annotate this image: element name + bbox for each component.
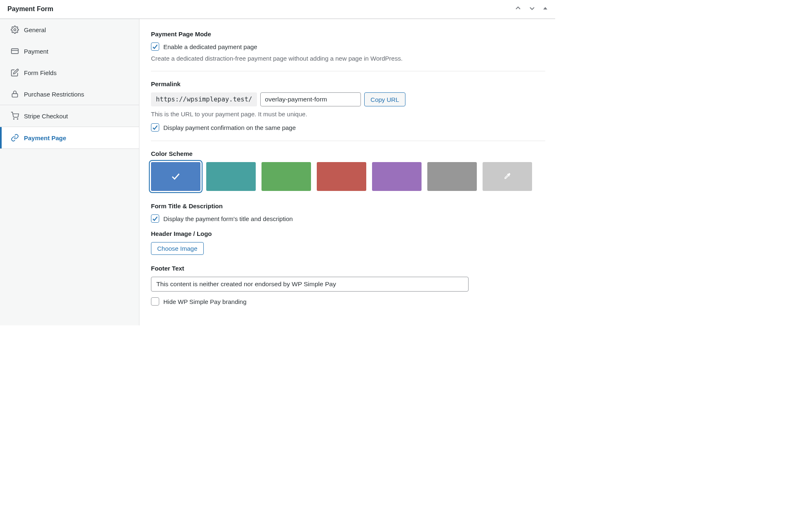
eyedropper-icon (503, 172, 511, 181)
check-icon (171, 172, 180, 182)
color-swatches (151, 162, 545, 191)
color-scheme-label: Color Scheme (151, 150, 545, 157)
svg-rect-4 (12, 94, 17, 97)
permalink-prefix: https://wpsimplepay.test/ (151, 92, 257, 106)
enable-dedicated-page-checkbox[interactable] (151, 42, 159, 51)
chevron-up-icon (515, 5, 521, 13)
panel-title: Payment Form (7, 5, 53, 13)
footer-text-input[interactable] (151, 277, 469, 292)
choose-image-button[interactable]: Choose Image (151, 242, 204, 255)
divider (151, 71, 545, 71)
settings-content: Payment Page Mode Enable a dedicated pay… (139, 19, 555, 325)
move-up-button[interactable] (514, 4, 522, 14)
color-swatch-red[interactable] (317, 162, 366, 191)
lock-icon (11, 90, 19, 98)
divider (151, 141, 545, 141)
cart-icon (11, 112, 19, 120)
tab-label: Stripe Checkout (24, 113, 68, 120)
tab-general[interactable]: General (0, 19, 139, 40)
permalink-helper-text: This is the URL to your payment page. It… (151, 111, 545, 118)
header-image-label: Header Image / Logo (151, 230, 545, 237)
hide-branding-checkbox[interactable] (151, 297, 159, 306)
tab-label: Payment (24, 48, 48, 55)
svg-marker-0 (543, 7, 547, 9)
footer-text-label: Footer Text (151, 265, 545, 272)
panel-controls (514, 4, 549, 14)
settings-tabs: General Payment Form Fields (0, 19, 139, 325)
payment-page-mode-label: Payment Page Mode (151, 31, 545, 38)
tab-payment[interactable]: Payment (0, 40, 139, 62)
checkbox-label: Enable a dedicated payment page (163, 43, 257, 50)
color-swatch-custom[interactable] (483, 162, 532, 191)
triangle-up-icon (543, 6, 548, 12)
tab-payment-page[interactable]: Payment Page (0, 127, 139, 148)
checkbox-label: Hide WP Simple Pay branding (163, 298, 247, 305)
color-swatch-teal[interactable] (206, 162, 256, 191)
color-swatch-gray[interactable] (427, 162, 477, 191)
card-icon (11, 47, 19, 55)
tab-purchase-restrictions[interactable]: Purchase Restrictions (0, 83, 139, 105)
tab-label: Payment Page (24, 134, 66, 141)
panel-header: Payment Form (0, 0, 555, 19)
svg-point-1 (14, 29, 16, 31)
checkbox-label: Display the payment form's title and des… (163, 215, 293, 222)
collapse-button[interactable] (542, 5, 549, 13)
form-title-desc-label: Form Title & Description (151, 202, 545, 210)
chevron-down-icon (529, 5, 535, 13)
checkbox-label: Display payment confirmation on the same… (163, 124, 296, 131)
color-swatch-purple[interactable] (372, 162, 422, 191)
tab-stripe-checkout[interactable]: Stripe Checkout (0, 105, 139, 127)
display-title-desc-checkbox[interactable] (151, 214, 159, 223)
permalink-label: Permalink (151, 80, 545, 87)
svg-rect-2 (12, 49, 19, 54)
gear-icon (11, 26, 19, 34)
link-icon (11, 134, 19, 142)
svg-point-6 (17, 119, 18, 120)
tab-label: Form Fields (24, 69, 57, 76)
svg-point-5 (14, 119, 14, 120)
tab-label: Purchase Restrictions (24, 91, 84, 98)
permalink-slug-input[interactable] (260, 92, 361, 106)
copy-url-button[interactable]: Copy URL (364, 92, 405, 106)
edit-icon (11, 68, 19, 77)
mode-helper-text: Create a dedicated distraction-free paym… (151, 55, 545, 62)
move-down-button[interactable] (528, 4, 536, 14)
color-swatch-blue[interactable] (151, 162, 200, 191)
color-swatch-green[interactable] (262, 162, 311, 191)
display-confirmation-checkbox[interactable] (151, 123, 159, 132)
tab-form-fields[interactable]: Form Fields (0, 62, 139, 83)
tab-label: General (24, 26, 46, 33)
